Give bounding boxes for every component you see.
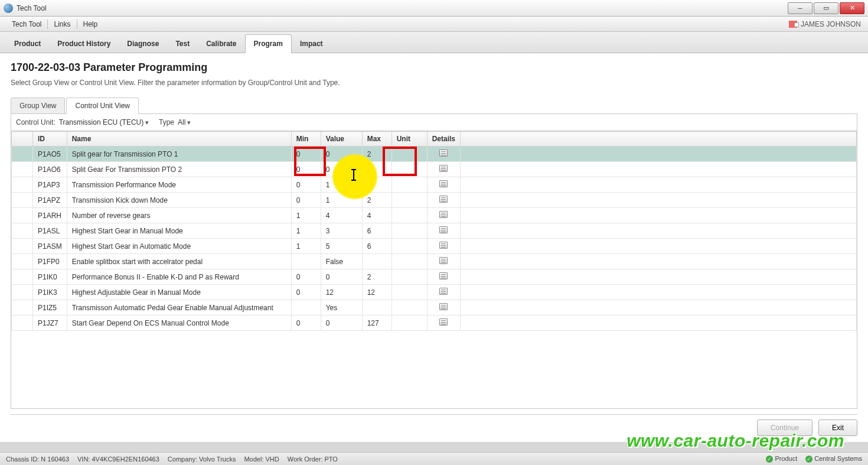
- table-row[interactable]: P1IZ5Transmisson Automatic Pedal Gear En…: [12, 300, 857, 316]
- cell-value[interactable]: 1: [321, 193, 362, 208]
- row-selector[interactable]: [12, 193, 33, 208]
- details-icon[interactable]: [439, 318, 448, 326]
- close-button[interactable]: ✕: [840, 2, 864, 14]
- tab-calibrate[interactable]: Calibrate: [198, 35, 244, 53]
- cell-id: P1APZ: [33, 193, 67, 208]
- row-selector[interactable]: [12, 269, 33, 285]
- status-product[interactable]: ✓Product: [766, 455, 797, 463]
- row-selector[interactable]: [12, 162, 33, 177]
- tab-diagnose[interactable]: Diagnose: [119, 35, 167, 53]
- tab-group-view[interactable]: Group View: [11, 97, 65, 113]
- col-id[interactable]: ID: [33, 132, 67, 147]
- menu-links[interactable]: Links: [49, 18, 75, 30]
- table-row[interactable]: P1ASMHighest Start Gear in Automatic Mod…: [12, 239, 857, 254]
- tab-test[interactable]: Test: [167, 35, 198, 53]
- tab-program[interactable]: Program: [245, 34, 292, 53]
- cell-details[interactable]: [427, 208, 460, 223]
- cell-value[interactable]: 0: [321, 147, 362, 162]
- row-selector[interactable]: [12, 239, 33, 254]
- details-icon[interactable]: [439, 242, 448, 249]
- table-row[interactable]: P1AO6Split Gear For Transmission PTO 200…: [12, 162, 857, 177]
- table-row[interactable]: P1APZTransmission Kick down Mode012: [12, 193, 857, 208]
- cell-details[interactable]: [427, 300, 460, 316]
- cell-details[interactable]: [427, 239, 460, 254]
- table-row[interactable]: P1FP0Enable splitbox start with accelrat…: [12, 254, 857, 269]
- details-icon[interactable]: [439, 288, 448, 295]
- cell-details[interactable]: [427, 177, 460, 193]
- details-icon[interactable]: [439, 149, 448, 157]
- cell-value[interactable]: 3: [321, 223, 362, 239]
- details-icon[interactable]: [439, 226, 448, 233]
- table-row[interactable]: P1JZ7Start Gear Depend On ECS Manual Con…: [12, 316, 857, 331]
- cell-value[interactable]: 12: [321, 285, 362, 300]
- cell-value[interactable]: Yes: [321, 300, 362, 316]
- user-indicator[interactable]: JAMES JOHNSON: [789, 20, 861, 28]
- details-icon[interactable]: [439, 272, 448, 279]
- col-name[interactable]: Name: [67, 132, 291, 147]
- tab-control-unit-view[interactable]: Control Unit View: [66, 97, 138, 114]
- cell-id: P1ASL: [33, 223, 67, 239]
- col-selector[interactable]: [12, 132, 33, 147]
- cell-max: 4: [362, 208, 391, 223]
- table-row[interactable]: P1AP3Transmission Performance Mode012: [12, 177, 857, 193]
- row-selector[interactable]: [12, 147, 33, 162]
- cell-value[interactable]: False: [321, 254, 362, 269]
- status-central[interactable]: ✓Central Systems: [805, 455, 862, 463]
- cell-max: 2: [362, 193, 391, 208]
- maximize-button[interactable]: ▭: [814, 2, 838, 14]
- type-dropdown[interactable]: All: [177, 117, 192, 128]
- col-details[interactable]: Details: [427, 132, 460, 147]
- table-row[interactable]: P1ASLHighest Start Gear in Manual Mode13…: [12, 223, 857, 239]
- menu-bar: Tech Tool Links Help JAMES JOHNSON: [0, 17, 868, 32]
- details-icon[interactable]: [439, 180, 448, 187]
- cell-details[interactable]: [427, 147, 460, 162]
- cell-min: 1: [291, 239, 321, 254]
- details-icon[interactable]: [439, 303, 448, 310]
- menu-tech-tool[interactable]: Tech Tool: [7, 18, 46, 30]
- col-value[interactable]: Value: [321, 132, 362, 147]
- chassis-label: Chassis ID:: [6, 456, 39, 463]
- cell-details[interactable]: [427, 193, 460, 208]
- minimize-button[interactable]: ─: [788, 2, 812, 14]
- cell-details[interactable]: [427, 254, 460, 269]
- tab-impact[interactable]: Impact: [292, 35, 331, 53]
- menu-help[interactable]: Help: [79, 18, 103, 30]
- cell-details[interactable]: [427, 269, 460, 285]
- row-selector[interactable]: [12, 223, 33, 239]
- row-selector[interactable]: [12, 208, 33, 223]
- table-row[interactable]: P1ARHNumber of reverse gears144: [12, 208, 857, 223]
- col-unit[interactable]: Unit: [391, 132, 427, 147]
- user-name: JAMES JOHNSON: [801, 20, 861, 28]
- cell-min: 0: [291, 316, 321, 331]
- table-row[interactable]: P1IK0Performance Bonus II - Enable K-D a…: [12, 269, 857, 285]
- details-icon[interactable]: [439, 196, 448, 203]
- control-unit-dropdown[interactable]: Transmission ECU (TECU): [58, 117, 151, 128]
- cell-unit: [391, 162, 427, 177]
- details-icon[interactable]: [439, 165, 448, 172]
- details-icon[interactable]: [439, 257, 448, 264]
- cell-unit: [391, 254, 427, 269]
- exit-button[interactable]: Exit: [818, 420, 857, 436]
- cell-name: Transmission Performance Mode: [67, 177, 291, 193]
- cell-value[interactable]: 0: [321, 269, 362, 285]
- cell-value[interactable]: 4: [321, 208, 362, 223]
- col-max[interactable]: Max: [362, 132, 391, 147]
- table-row[interactable]: P1AO5Split gear for Transmission PTO 100…: [12, 147, 857, 162]
- row-selector[interactable]: [12, 300, 33, 316]
- table-row[interactable]: P1IK3Highest Adjustable Gear in Manual M…: [12, 285, 857, 300]
- menu-separator: [47, 19, 48, 29]
- row-selector[interactable]: [12, 177, 33, 193]
- tab-product-history[interactable]: Product History: [49, 35, 119, 53]
- col-min[interactable]: Min: [291, 132, 321, 147]
- row-selector[interactable]: [12, 316, 33, 331]
- cell-details[interactable]: [427, 162, 460, 177]
- details-icon[interactable]: [439, 211, 448, 218]
- cell-details[interactable]: [427, 285, 460, 300]
- tab-product[interactable]: Product: [6, 35, 49, 53]
- cell-value[interactable]: 5: [321, 239, 362, 254]
- cell-value[interactable]: 0: [321, 316, 362, 331]
- row-selector[interactable]: [12, 285, 33, 300]
- cell-details[interactable]: [427, 316, 460, 331]
- cell-details[interactable]: [427, 223, 460, 239]
- row-selector[interactable]: [12, 254, 33, 269]
